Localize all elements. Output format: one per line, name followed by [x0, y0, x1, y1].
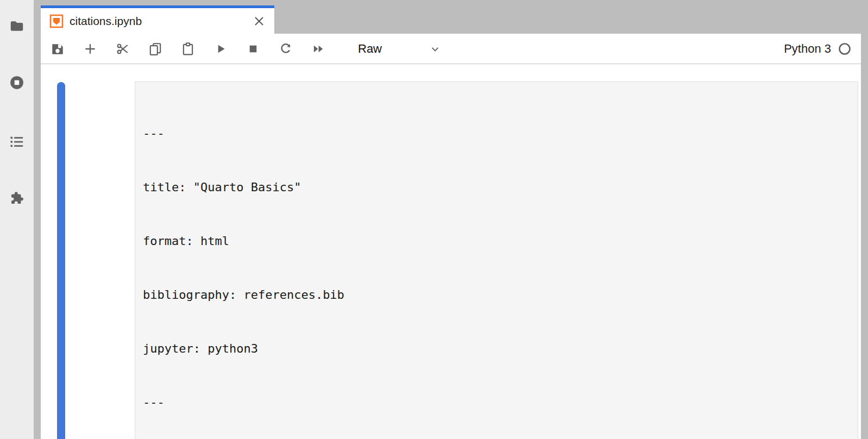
tab-title: citations.ipynb [70, 15, 142, 28]
chevron-down-icon [430, 43, 441, 54]
save-icon[interactable] [51, 42, 65, 56]
copy-icon[interactable] [148, 42, 162, 56]
paste-icon[interactable] [181, 42, 195, 56]
restart-icon[interactable] [279, 42, 293, 56]
main-area: citations.ipynb [41, 0, 861, 439]
right-edge-strip [861, 0, 868, 439]
file-browser-icon[interactable] [9, 18, 25, 34]
code-line: title: "Quarto Basics" [143, 178, 850, 196]
input-prompt [41, 81, 135, 439]
notebook-content: --- title: "Quarto Basics" format: html … [41, 64, 861, 439]
extensions-puzzle-icon[interactable] [9, 190, 25, 206]
notebook-toolbar: Raw Python 3 [41, 34, 861, 64]
stop-square-icon[interactable] [246, 42, 260, 56]
running-sessions-icon[interactable] [9, 74, 25, 91]
kernel-name[interactable]: Python 3 [784, 42, 831, 56]
code-line: --- [143, 124, 850, 142]
table-of-contents-icon[interactable] [9, 134, 25, 150]
activity-sidebar [0, 0, 34, 439]
code-line: format: html [143, 232, 850, 250]
plus-icon[interactable] [83, 42, 97, 56]
notebook-icon [49, 14, 64, 28]
tab-citations-ipynb[interactable]: citations.ipynb [41, 5, 274, 34]
fast-forward-icon[interactable] [311, 42, 325, 56]
cell-raw-yaml: --- title: "Quarto Basics" format: html … [41, 81, 858, 439]
code-line: --- [143, 393, 850, 411]
cell-type-value: Raw [358, 42, 382, 56]
tab-bar: citations.ipynb [41, 0, 861, 34]
kernel-idle-circle-icon [838, 42, 851, 55]
code-line: jupyter: python3 [143, 340, 850, 358]
scissors-icon[interactable] [116, 42, 130, 56]
raw-cell-editor[interactable]: --- title: "Quarto Basics" format: html … [135, 81, 858, 439]
active-cell-collapser[interactable] [57, 82, 65, 439]
sidebar-divider [34, 0, 41, 439]
kernel-area: Python 3 [784, 42, 856, 56]
cell-type-select[interactable]: Raw [358, 42, 441, 56]
close-icon[interactable] [253, 15, 266, 28]
play-icon[interactable] [213, 42, 228, 56]
code-line: bibliography: references.bib [143, 286, 850, 304]
